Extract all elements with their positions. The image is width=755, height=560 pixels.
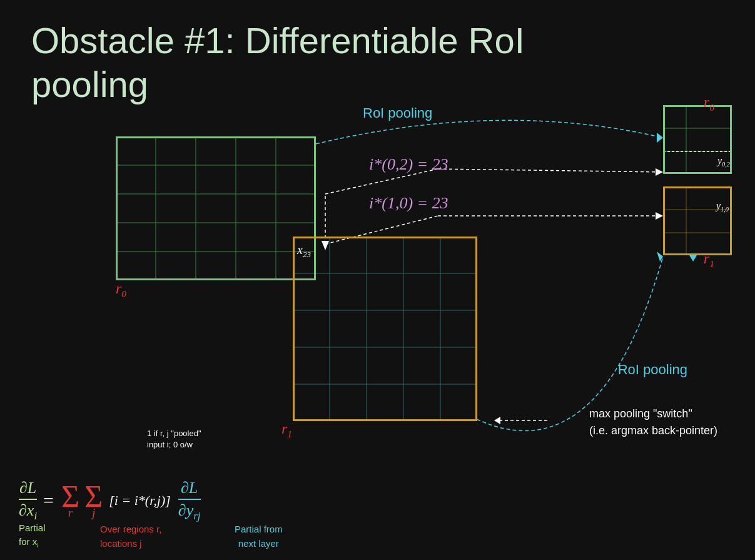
r0-main-label: r0 bbox=[116, 280, 126, 300]
caption-partial-for: Partial for xi bbox=[19, 521, 46, 551]
svg-marker-9 bbox=[656, 212, 663, 220]
formula-partial-yrj: ∂L ∂yrj bbox=[178, 479, 201, 522]
caption-partial-from-line1: Partial from bbox=[235, 524, 283, 534]
caption-over-regions: Over regions r, locations j bbox=[100, 522, 161, 551]
eq-i10: i*(1,0) = 23 bbox=[369, 194, 448, 213]
sum-r: Σ r bbox=[61, 481, 79, 520]
feature-map-gold bbox=[293, 237, 477, 421]
slide: Obstacle #1: Differentiable RoI pooling bbox=[0, 0, 755, 560]
bracket-expression: [i = i*(r,j)] bbox=[109, 492, 171, 509]
equals-sign: = bbox=[43, 490, 54, 511]
svg-line-4 bbox=[438, 169, 663, 172]
max-pooling-line2: (i.e. argmax back-pointer) bbox=[589, 424, 717, 437]
formula-container: ∂L ∂xi = Σ r Σ j [i = i*(r,j)] ∂L ∂yrj bbox=[19, 479, 201, 522]
svg-marker-1 bbox=[657, 252, 663, 262]
roi-pooling-label-bottom: RoI pooling bbox=[618, 362, 687, 378]
title-line2: pooling bbox=[31, 64, 148, 104]
formula-annotation: 1 if r, j "pooled" input i; 0 o/w bbox=[147, 428, 201, 451]
roi-pooling-label-top: RoI pooling bbox=[363, 105, 432, 121]
y10-label: y1,0 bbox=[716, 200, 729, 213]
caption-partial-from: Partial from next layer bbox=[235, 522, 283, 551]
r1-right-label: r1 bbox=[704, 250, 714, 270]
title-line1: Obstacle #1: Differentiable RoI bbox=[31, 20, 525, 61]
svg-marker-0 bbox=[657, 133, 663, 143]
x23-label: x23 bbox=[297, 243, 311, 260]
caption-partial-line1: Partial bbox=[19, 522, 46, 533]
y02-label: y0,2 bbox=[717, 155, 730, 168]
caption-over-regions-line2: locations j bbox=[100, 538, 142, 549]
slide-title: Obstacle #1: Differentiable RoI pooling bbox=[31, 19, 525, 106]
max-pooling-label: max pooling "switch" (i.e. argmax back-p… bbox=[589, 405, 717, 439]
svg-marker-13 bbox=[689, 255, 697, 262]
caption-partial-from-line2: next layer bbox=[238, 538, 279, 549]
feature-map-green bbox=[116, 136, 316, 280]
svg-marker-11 bbox=[494, 417, 500, 424]
max-pooling-line1: max pooling "switch" bbox=[589, 407, 692, 420]
roi-box-r1 bbox=[663, 186, 732, 255]
caption-over-regions-line1: Over regions r, bbox=[100, 524, 161, 534]
r1-main-label: r1 bbox=[281, 420, 292, 440]
svg-marker-6 bbox=[656, 168, 663, 176]
sum-j: Σ j bbox=[84, 481, 103, 520]
eq-i02: i*(0,2) = 23 bbox=[369, 155, 448, 174]
r0-right-label: r0 bbox=[704, 94, 714, 113]
formula-partial-xi: ∂L ∂xi bbox=[19, 479, 37, 522]
